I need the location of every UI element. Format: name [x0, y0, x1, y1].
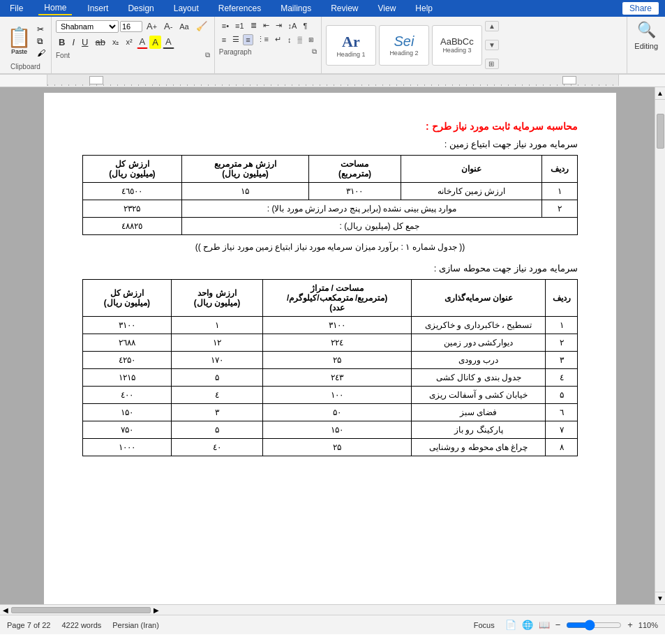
mailings-tab[interactable]: Mailings [276, 2, 315, 15]
numbering-button[interactable]: ≡1 [232, 20, 247, 31]
horizontal-scrollbar[interactable]: ◀ ▶ [0, 604, 665, 615]
styles-expand[interactable]: ⊞ [485, 59, 499, 69]
view-web-button[interactable]: 🌐 [522, 620, 533, 630]
table1-cell: ٤٨٨٢٥ [83, 218, 182, 235]
align-center-button[interactable]: ☰ [230, 33, 242, 45]
font-name-select[interactable]: Shabnam [56, 20, 119, 33]
font-size-input[interactable] [120, 21, 142, 32]
subheading2: سرمایه مورد نیاز جهت محوطه سازی : [82, 263, 578, 274]
home-tab[interactable]: Home [38, 1, 72, 15]
clipboard-group-label: Clipboard [10, 63, 40, 70]
clear-format-button[interactable]: 🧹 [193, 20, 210, 33]
cut-button[interactable]: ✂ [36, 24, 47, 35]
bullets-button[interactable]: ≡• [219, 20, 232, 31]
rtl-button[interactable]: ↵ [272, 33, 284, 45]
references-tab[interactable]: References [214, 2, 265, 15]
styles-group: Ar Heading 1 Sei Heading 2 AaBbCc Headin… [322, 17, 627, 73]
table1-header-4: ارزش کل(میلیون ریال) [83, 156, 182, 183]
increase-indent-button[interactable]: ⇥ [273, 20, 285, 31]
decrease-indent-button[interactable]: ⇤ [260, 20, 272, 31]
layout-tab[interactable]: Layout [170, 2, 203, 15]
line-spacing-button[interactable]: ↕ [285, 34, 294, 45]
highlight-button[interactable]: A [149, 36, 161, 49]
zoom-slider[interactable] [566, 621, 622, 629]
sort-button[interactable]: ↕A [285, 20, 300, 31]
view-print-button[interactable]: 📄 [505, 620, 516, 630]
table2-header-3: ارزش واحد(میلیون ریال) [171, 280, 263, 317]
vertical-scrollbar[interactable]: ▲ ▼ [655, 87, 665, 604]
table2-header-2: مساحت / متراژ(مترمربع/ مترمکعب/کیلوگرم/ع… [263, 280, 412, 317]
share-button[interactable]: Share [622, 1, 659, 15]
styles-scroll-down[interactable]: ▼ [485, 40, 499, 50]
grow-font-button[interactable]: A+ [144, 20, 160, 33]
paragraph-group: ≡• ≡1 ≣ ⇤ ⇥ ↕A ¶ ≡ ☰ ≡ ⋮≡ ↵ ↕ ▒ ⊞ Paragr… [215, 17, 322, 73]
editing-label: Editing [634, 42, 658, 50]
table1-header-0: ردیف [542, 156, 578, 183]
format-painter-button[interactable]: 🖌 [36, 47, 47, 59]
font-color-button[interactable]: A [137, 35, 149, 49]
review-tab[interactable]: Review [327, 2, 362, 15]
font-color2-button[interactable]: A [163, 35, 174, 49]
table-row: ۷ پارکینگ رو باز ۱۵۰ ۵ ۷۵۰ [83, 421, 578, 439]
scroll-thumb[interactable] [657, 114, 664, 149]
zoom-out-button[interactable]: − [555, 620, 561, 630]
help-tab[interactable]: Help [411, 2, 437, 15]
strikethrough-button[interactable]: ab [92, 36, 107, 49]
subscript-button[interactable]: x₂ [110, 36, 122, 48]
hscroll-left-arrow[interactable]: ◀ [3, 606, 8, 614]
table1: ردیف عنوان مساحت(مترمربع) ارزش هر مترمرب… [82, 155, 578, 235]
multilevel-button[interactable]: ≣ [248, 20, 260, 31]
shading-button[interactable]: ▒ [295, 35, 305, 45]
scroll-up-arrow[interactable]: ▲ [655, 87, 665, 100]
document-scroll-area[interactable]: محاسبه سرمایه ثابت مورد نیاز طرح : سرمای… [6, 87, 655, 604]
file-tab[interactable]: File [6, 2, 27, 15]
align-left-button[interactable]: ≡ [219, 34, 229, 45]
table1-cell: ۱۵ [181, 183, 308, 200]
shrink-font-button[interactable]: A- [161, 20, 175, 33]
heading2-style[interactable]: Sei Heading 2 [379, 25, 429, 66]
italic-button[interactable]: I [69, 36, 77, 49]
table1-cell: ٤٦٥٠٠ [83, 183, 182, 200]
superscript-button[interactable]: x² [123, 36, 135, 47]
table-row: جمع کل (میلیون ریال) : ٤٨٨٢٥ [83, 218, 578, 235]
zoom-level: 110% [638, 621, 658, 629]
underline-button[interactable]: U [79, 36, 91, 49]
styles-scroll-up[interactable]: ▲ [485, 21, 499, 31]
align-right-button[interactable]: ≡ [243, 34, 253, 45]
ruler [0, 75, 665, 87]
status-bar: Page 7 of 22 4222 words Persian (Iran) F… [0, 615, 665, 634]
justify-button[interactable]: ⋮≡ [254, 33, 271, 45]
paragraph-group-label: Paragraph ⧉ [219, 47, 317, 56]
paragraph-group-launcher[interactable]: ⧉ [312, 47, 317, 56]
scroll-down-arrow[interactable]: ▼ [655, 592, 665, 604]
copy-button[interactable]: ⧉ [36, 36, 47, 47]
bold-button[interactable]: B [56, 36, 68, 49]
table1-note: (( جدول شماره ۱ : برآورد میزان سرمایه مو… [82, 242, 578, 252]
design-tab[interactable]: Design [124, 2, 158, 15]
font-group-launcher[interactable]: ⧉ [205, 51, 210, 59]
show-marks-button[interactable]: ¶ [300, 20, 310, 31]
table2: ردیف عنوان سرمایه‌گذاری مساحت / متراژ(مت… [82, 279, 578, 456]
search-icon[interactable]: 🔍 [637, 21, 656, 39]
table2-header-4: ارزش کل(میلیون ریال) [83, 280, 172, 317]
heading-red: محاسبه سرمایه ثابت مورد نیاز طرح : [82, 121, 578, 132]
hscroll-thumb[interactable] [11, 607, 151, 613]
borders-button[interactable]: ⊞ [306, 35, 317, 45]
language: Persian (Iran) [112, 621, 159, 629]
focus-button[interactable]: Focus [469, 620, 500, 631]
table-row: ۲ موارد پیش بینی نشده (برابر پنج درصد ار… [83, 200, 578, 218]
table-row: ۲ دیوارکشی دور زمین ۲۲٤ ۱۲ ۲٦۸۸ [83, 334, 578, 352]
scroll-area-left [0, 87, 6, 604]
insert-tab[interactable]: Insert [83, 2, 112, 15]
table2-header-0: ردیف [546, 280, 578, 317]
change-case-button[interactable]: Aa [177, 21, 191, 32]
table-row: ۸ چراغ های محوطه و روشنایی ۲۵ ٤۰ ۱۰۰۰ [83, 439, 578, 456]
table-row: ۵ خیابان کشی و آسفالت ریزی ۱۰۰ ٤ ٤۰۰ [83, 387, 578, 404]
hscroll-right-arrow[interactable]: ▶ [154, 606, 159, 614]
heading3-style[interactable]: AaBbCc Heading 3 [432, 25, 482, 66]
paste-button[interactable]: 📋 Paste [4, 26, 34, 57]
heading1-style[interactable]: Ar Heading 1 [326, 25, 376, 66]
view-read-button[interactable]: 📖 [539, 620, 550, 630]
zoom-in-button[interactable]: + [627, 620, 633, 630]
view-tab[interactable]: View [374, 2, 401, 15]
